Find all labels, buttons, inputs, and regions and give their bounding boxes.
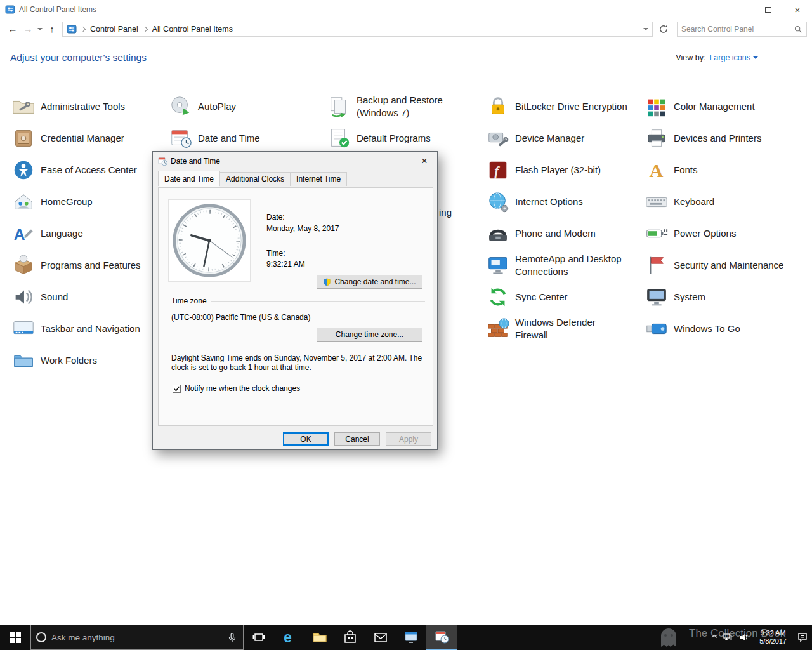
taskbar-app-control-panel[interactable] xyxy=(396,625,426,650)
start-button[interactable] xyxy=(0,625,30,650)
ok-button[interactable]: OK xyxy=(283,432,329,446)
refresh-button[interactable] xyxy=(655,24,672,34)
minimize-button[interactable] xyxy=(724,0,754,19)
cpl-item-flash-player-32-bit[interactable]: Flash Player (32-bit) xyxy=(486,155,601,185)
dialog-close-button[interactable]: × xyxy=(412,152,437,171)
task-view-button[interactable] xyxy=(244,625,274,650)
view-by-selector[interactable]: Large icons xyxy=(709,53,758,62)
cpl-item-phone-and-modem[interactable]: Phone and Modem xyxy=(486,218,596,249)
cpl-item-devices-and-printers[interactable]: Devices and Printers xyxy=(645,123,761,154)
taskbar-app-date-and-time[interactable] xyxy=(426,625,457,650)
view-mode-value: Large icons xyxy=(709,53,750,62)
window-titlebar: All Control Panel Items × xyxy=(0,0,812,19)
refresh-icon xyxy=(658,24,669,34)
tab-additional-clocks[interactable]: Additional Clocks xyxy=(219,172,291,186)
cpl-item-bitlocker-drive-encryption[interactable]: BitLocker Drive Encryption xyxy=(486,91,627,122)
forward-button[interactable]: → xyxy=(20,23,36,34)
maximize-button[interactable] xyxy=(754,0,783,19)
system-icon xyxy=(645,285,669,309)
cpl-item-label: Color Management xyxy=(674,100,755,113)
cpl-item-label: Device Manager xyxy=(515,132,584,145)
cpl-item-work-folders[interactable]: Work Folders xyxy=(11,345,97,376)
cpl-item-label: Ease of Access Center xyxy=(41,164,137,176)
speaker-icon[interactable] xyxy=(739,632,749,642)
dialog-titlebar[interactable]: Date and Time × xyxy=(153,152,437,171)
address-dropdown-icon[interactable] xyxy=(643,28,648,30)
taskbar-app-mail[interactable] xyxy=(365,625,396,650)
action-center-icon[interactable] xyxy=(797,632,808,643)
cpl-item-security-and-maintenance[interactable]: Security and Maintenance xyxy=(645,250,783,281)
cpl-item-programs-and-features[interactable]: Programs and Features xyxy=(11,250,141,281)
cpl-item-default-programs[interactable]: Default Programs xyxy=(327,123,431,154)
date-value: Monday, May 8, 2017 xyxy=(266,224,339,233)
cpl-item-device-manager[interactable]: Device Manager xyxy=(486,123,584,154)
date-time-dialog: Date and Time × Date and Time Additional… xyxy=(152,151,438,450)
cpl-item-taskbar-and-navigation[interactable]: Taskbar and Navigation xyxy=(11,314,140,344)
taskbar-clock[interactable]: 9:32 AM 5/8/2017 xyxy=(756,629,790,646)
flash-icon xyxy=(486,158,510,182)
page-title: Adjust your computer's settings xyxy=(10,52,147,63)
hidden-icons-chevron[interactable] xyxy=(712,635,717,640)
notify-checkbox-row: Notify me when the clock changes xyxy=(173,384,300,393)
cpl-item-label: Sync Center xyxy=(515,291,568,303)
cpl-item-fonts[interactable]: Fonts xyxy=(645,155,698,185)
cpl-item-power-options[interactable]: Power Options xyxy=(645,218,736,249)
cpl-item-keyboard[interactable]: Keyboard xyxy=(645,187,714,217)
change-date-time-button[interactable]: Change date and time... xyxy=(317,275,422,289)
address-bar[interactable]: Control Panel All Control Panel Items xyxy=(62,22,653,37)
progfeat-icon xyxy=(11,253,36,277)
cortana-icon xyxy=(36,632,46,642)
taskbar-app-edge[interactable] xyxy=(274,625,304,650)
cpl-item-label: Windows To Go xyxy=(674,322,740,335)
history-dropdown-button[interactable] xyxy=(36,28,44,30)
cpl-item-sound[interactable]: Sound xyxy=(11,282,68,312)
breadcrumb-control-panel[interactable]: Control Panel xyxy=(85,25,143,34)
system-tray: 9:32 AM 5/8/2017 xyxy=(712,625,812,650)
taskbar-app-store[interactable] xyxy=(335,625,365,650)
uac-shield-icon xyxy=(323,278,331,286)
cpl-item-sync-center[interactable]: Sync Center xyxy=(486,282,568,312)
back-button[interactable]: ← xyxy=(5,23,20,34)
cpl-item-color-management[interactable]: Color Management xyxy=(645,91,755,122)
taskbar-app-file-explorer[interactable] xyxy=(304,625,335,650)
cpl-item-label: Flash Player (32-bit) xyxy=(515,164,601,176)
taskbar-search-input[interactable] xyxy=(51,633,221,642)
cpl-item-language[interactable]: Language xyxy=(11,218,83,249)
time-value: 9:32:21 AM xyxy=(266,260,305,269)
up-button[interactable]: ↑ xyxy=(44,23,60,34)
cpl-item-ease-of-access-center[interactable]: Ease of Access Center xyxy=(11,155,137,185)
cpl-item-date-and-time[interactable]: Date and Time xyxy=(169,123,260,154)
notify-checkbox[interactable] xyxy=(173,385,181,393)
breadcrumb-all-items[interactable]: All Control Panel Items xyxy=(147,25,238,34)
search-input[interactable] xyxy=(681,25,794,34)
cpl-item-partial[interactable]: ing xyxy=(439,207,452,218)
mail-icon xyxy=(373,630,388,645)
change-timezone-button[interactable]: Change time zone... xyxy=(317,328,422,342)
close-button[interactable]: × xyxy=(783,0,812,19)
cpl-item-remoteapp-and-desktop-connections[interactable]: RemoteApp and Desktop Connections xyxy=(486,250,622,281)
view-by-label: View by: xyxy=(676,53,705,62)
cpl-item-credential-manager[interactable]: Credential Manager xyxy=(11,123,124,154)
tab-date-and-time[interactable]: Date and Time xyxy=(158,171,220,186)
cpl-item-internet-options[interactable]: Internet Options xyxy=(486,187,583,217)
navigation-bar: ← → ↑ Control Panel All Control Panel It… xyxy=(0,19,812,39)
cpl-item-homegroup[interactable]: HomeGroup xyxy=(11,187,93,217)
network-icon[interactable] xyxy=(723,632,733,642)
cpl-item-autoplay[interactable]: AutoPlay xyxy=(169,91,236,122)
microphone-icon[interactable] xyxy=(226,632,238,643)
apply-button[interactable]: Apply xyxy=(386,432,431,446)
tab-internet-time[interactable]: Internet Time xyxy=(290,172,347,186)
time-label: Time: xyxy=(266,249,285,258)
cpl-item-backup-and-restore-windows-7[interactable]: Backup and Restore (Windows 7) xyxy=(327,91,443,122)
cpl-item-windows-defender-firewall[interactable]: Windows Defender Firewall xyxy=(486,314,596,344)
date-label: Date: xyxy=(266,213,285,222)
cpl-item-administrative-tools[interactable]: Administrative Tools xyxy=(11,91,125,122)
cpl-item-label: Work Folders xyxy=(41,354,97,367)
cpl-item-system[interactable]: System xyxy=(645,282,705,312)
store-icon xyxy=(343,630,358,645)
firewall-icon xyxy=(486,317,510,341)
cpl-item-windows-to-go[interactable]: Windows To Go xyxy=(645,314,740,344)
keyboard-icon xyxy=(645,190,669,214)
cancel-button[interactable]: Cancel xyxy=(334,432,380,446)
homegroup-icon xyxy=(11,190,36,214)
